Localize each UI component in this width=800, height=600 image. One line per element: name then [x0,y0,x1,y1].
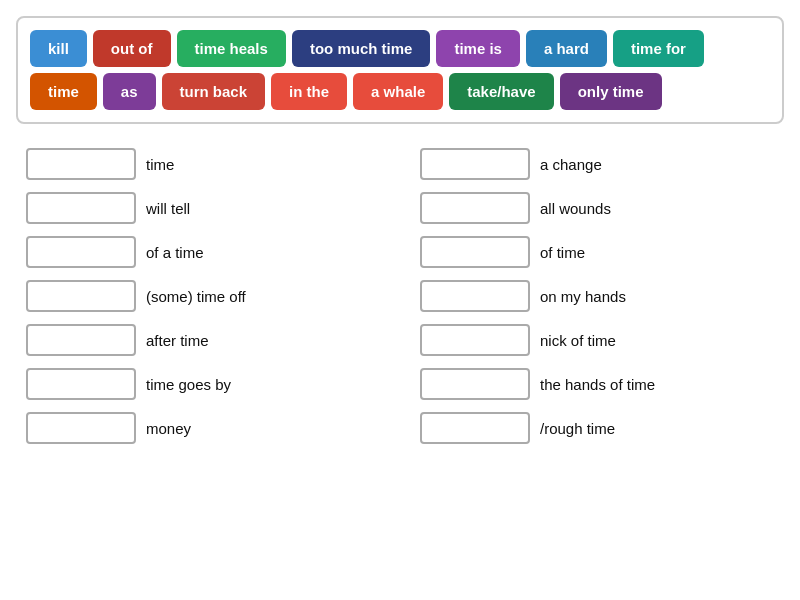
word-tile-time-heals[interactable]: time heals [177,30,286,67]
word-bank: killout oftime healstoo much timetime is… [16,16,784,124]
exercise-item-left-4: after time [26,324,380,356]
exercise-label-right-1: all wounds [540,200,611,217]
answer-box-left-0[interactable] [26,148,136,180]
word-tile-only-time[interactable]: only time [560,73,662,110]
exercise-item-left-2: of a time [26,236,380,268]
word-tile-time-for[interactable]: time for [613,30,704,67]
exercise-item-left-1: will tell [26,192,380,224]
exercise-item-left-0: time [26,148,380,180]
exercise-label-left-0: time [146,156,174,173]
answer-box-right-5[interactable] [420,368,530,400]
exercise-item-right-0: a change [420,148,774,180]
answer-box-left-4[interactable] [26,324,136,356]
answer-box-right-3[interactable] [420,280,530,312]
answer-box-right-4[interactable] [420,324,530,356]
answer-box-right-1[interactable] [420,192,530,224]
word-tile-time[interactable]: time [30,73,97,110]
exercise-label-left-1: will tell [146,200,190,217]
word-tile-as[interactable]: as [103,73,156,110]
answer-box-left-2[interactable] [26,236,136,268]
exercise-label-right-0: a change [540,156,602,173]
answer-box-right-2[interactable] [420,236,530,268]
exercise-label-right-6: /rough time [540,420,615,437]
answer-box-right-0[interactable] [420,148,530,180]
word-tile-turn-back[interactable]: turn back [162,73,266,110]
exercise-label-left-5: time goes by [146,376,231,393]
exercise-item-right-2: of time [420,236,774,268]
exercise-label-left-2: of a time [146,244,204,261]
answer-box-left-5[interactable] [26,368,136,400]
exercise-label-right-4: nick of time [540,332,616,349]
word-tile-too-much[interactable]: too much time [292,30,431,67]
exercise-label-right-2: of time [540,244,585,261]
exercise-item-left-5: time goes by [26,368,380,400]
exercise-item-right-1: all wounds [420,192,774,224]
answer-box-left-3[interactable] [26,280,136,312]
exercise-item-right-6: /rough time [420,412,774,444]
exercise-area: timea changewill tellall woundsof a time… [16,148,784,444]
exercise-item-left-3: (some) time off [26,280,380,312]
answer-box-left-6[interactable] [26,412,136,444]
exercise-label-right-5: the hands of time [540,376,655,393]
word-tile-a-whale[interactable]: a whale [353,73,443,110]
exercise-item-right-4: nick of time [420,324,774,356]
word-tile-out-of[interactable]: out of [93,30,171,67]
word-tile-kill[interactable]: kill [30,30,87,67]
exercise-item-right-5: the hands of time [420,368,774,400]
exercise-item-right-3: on my hands [420,280,774,312]
word-bank-grid: killout oftime healstoo much timetime is… [30,30,770,110]
word-tile-time-is[interactable]: time is [436,30,520,67]
answer-box-right-6[interactable] [420,412,530,444]
exercise-label-right-3: on my hands [540,288,626,305]
word-tile-a-hard[interactable]: a hard [526,30,607,67]
exercise-label-left-3: (some) time off [146,288,246,305]
exercise-label-left-6: money [146,420,191,437]
answer-box-left-1[interactable] [26,192,136,224]
word-tile-in-the[interactable]: in the [271,73,347,110]
word-tile-take-have[interactable]: take/have [449,73,553,110]
exercise-label-left-4: after time [146,332,209,349]
exercise-item-left-6: money [26,412,380,444]
